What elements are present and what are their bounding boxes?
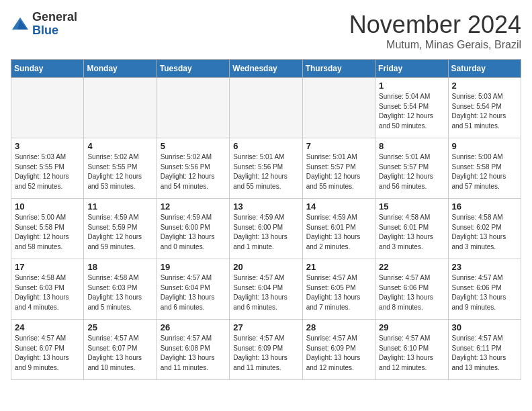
calendar-week-4: 17Sunrise: 4:58 AM Sunset: 6:03 PM Dayli… xyxy=(11,259,521,320)
day-number: 20 xyxy=(233,262,298,272)
weekday-header-tuesday: Tuesday xyxy=(157,60,229,78)
calendar-day: 28Sunrise: 4:57 AM Sunset: 6:09 PM Dayli… xyxy=(302,320,375,380)
page-header: General Blue November 2024 Mutum, Minas … xyxy=(11,11,521,51)
day-info: Sunrise: 5:02 AM Sunset: 5:55 PM Dayligh… xyxy=(87,152,152,191)
day-number: 28 xyxy=(306,322,371,332)
day-info: Sunrise: 5:01 AM Sunset: 5:57 PM Dayligh… xyxy=(379,152,444,191)
day-number: 13 xyxy=(233,201,298,212)
day-info: Sunrise: 4:57 AM Sunset: 6:04 PM Dayligh… xyxy=(161,273,226,312)
day-info: Sunrise: 4:57 AM Sunset: 6:06 PM Dayligh… xyxy=(379,273,444,312)
calendar-day: 12Sunrise: 4:59 AM Sunset: 6:00 PM Dayli… xyxy=(157,199,229,259)
calendar-week-2: 3Sunrise: 5:03 AM Sunset: 5:55 PM Daylig… xyxy=(11,138,521,199)
calendar-day: 26Sunrise: 4:57 AM Sunset: 6:08 PM Dayli… xyxy=(157,320,229,380)
day-info: Sunrise: 4:57 AM Sunset: 6:11 PM Dayligh… xyxy=(452,334,517,373)
calendar-day: 7Sunrise: 5:01 AM Sunset: 5:57 PM Daylig… xyxy=(302,138,375,199)
calendar-day: 5Sunrise: 5:02 AM Sunset: 5:56 PM Daylig… xyxy=(157,138,229,199)
weekday-header-friday: Friday xyxy=(375,60,448,78)
day-number: 19 xyxy=(161,262,226,272)
title-block: November 2024 Mutum, Minas Gerais, Brazi… xyxy=(349,11,521,51)
weekday-header-monday: Monday xyxy=(84,60,157,78)
logo: General Blue xyxy=(11,11,77,38)
day-info: Sunrise: 5:02 AM Sunset: 5:56 PM Dayligh… xyxy=(161,152,226,191)
day-number: 22 xyxy=(379,262,444,272)
day-number: 21 xyxy=(306,262,371,272)
calendar-day: 29Sunrise: 4:57 AM Sunset: 6:10 PM Dayli… xyxy=(375,320,448,380)
calendar-day xyxy=(84,78,157,138)
day-info: Sunrise: 4:57 AM Sunset: 6:04 PM Dayligh… xyxy=(233,273,298,312)
day-info: Sunrise: 4:59 AM Sunset: 6:00 PM Dayligh… xyxy=(161,213,226,252)
calendar-day: 20Sunrise: 4:57 AM Sunset: 6:04 PM Dayli… xyxy=(230,259,302,320)
day-info: Sunrise: 5:00 AM Sunset: 5:58 PM Dayligh… xyxy=(452,152,517,191)
logo-text: General Blue xyxy=(32,11,77,38)
calendar-day: 22Sunrise: 4:57 AM Sunset: 6:06 PM Dayli… xyxy=(375,259,448,320)
calendar-day: 30Sunrise: 4:57 AM Sunset: 6:11 PM Dayli… xyxy=(448,320,521,380)
calendar-day xyxy=(11,78,84,138)
day-number: 10 xyxy=(15,201,80,212)
day-number: 8 xyxy=(379,141,444,151)
day-info: Sunrise: 5:04 AM Sunset: 5:54 PM Dayligh… xyxy=(379,92,444,131)
day-number: 26 xyxy=(161,322,226,332)
day-number: 2 xyxy=(452,81,517,91)
day-number: 30 xyxy=(452,322,517,332)
day-number: 14 xyxy=(306,201,371,212)
calendar-day: 4Sunrise: 5:02 AM Sunset: 5:55 PM Daylig… xyxy=(84,138,157,199)
day-info: Sunrise: 4:58 AM Sunset: 6:03 PM Dayligh… xyxy=(87,273,152,312)
calendar-day: 9Sunrise: 5:00 AM Sunset: 5:58 PM Daylig… xyxy=(448,138,521,199)
calendar-day: 14Sunrise: 4:59 AM Sunset: 6:01 PM Dayli… xyxy=(302,199,375,259)
calendar-week-5: 24Sunrise: 4:57 AM Sunset: 6:07 PM Dayli… xyxy=(11,320,521,380)
calendar-day xyxy=(230,78,302,138)
logo-icon xyxy=(11,15,30,34)
day-number: 17 xyxy=(15,262,80,272)
day-number: 6 xyxy=(233,141,298,151)
calendar-day: 10Sunrise: 5:00 AM Sunset: 5:58 PM Dayli… xyxy=(11,199,84,259)
day-info: Sunrise: 4:57 AM Sunset: 6:07 PM Dayligh… xyxy=(87,334,152,373)
day-info: Sunrise: 4:58 AM Sunset: 6:01 PM Dayligh… xyxy=(379,213,444,252)
day-number: 16 xyxy=(452,201,517,212)
calendar-day: 21Sunrise: 4:57 AM Sunset: 6:05 PM Dayli… xyxy=(302,259,375,320)
day-info: Sunrise: 4:57 AM Sunset: 6:07 PM Dayligh… xyxy=(15,334,80,373)
day-info: Sunrise: 5:00 AM Sunset: 5:58 PM Dayligh… xyxy=(15,213,80,252)
calendar-day: 13Sunrise: 4:59 AM Sunset: 6:00 PM Dayli… xyxy=(230,199,302,259)
day-info: Sunrise: 4:57 AM Sunset: 6:05 PM Dayligh… xyxy=(306,273,371,312)
calendar-day: 1Sunrise: 5:04 AM Sunset: 5:54 PM Daylig… xyxy=(375,78,448,138)
calendar-day: 18Sunrise: 4:58 AM Sunset: 6:03 PM Dayli… xyxy=(84,259,157,320)
day-info: Sunrise: 4:59 AM Sunset: 6:01 PM Dayligh… xyxy=(306,213,371,252)
day-number: 23 xyxy=(452,262,517,272)
day-number: 18 xyxy=(87,262,152,272)
day-info: Sunrise: 5:01 AM Sunset: 5:57 PM Dayligh… xyxy=(306,152,371,191)
day-info: Sunrise: 5:03 AM Sunset: 5:55 PM Dayligh… xyxy=(15,152,80,191)
weekday-header-row: SundayMondayTuesdayWednesdayThursdayFrid… xyxy=(11,60,521,78)
weekday-header-sunday: Sunday xyxy=(11,60,84,78)
day-number: 27 xyxy=(233,322,298,332)
calendar-day: 6Sunrise: 5:01 AM Sunset: 5:56 PM Daylig… xyxy=(230,138,302,199)
day-info: Sunrise: 4:57 AM Sunset: 6:06 PM Dayligh… xyxy=(452,273,517,312)
calendar-day xyxy=(302,78,375,138)
calendar-day: 3Sunrise: 5:03 AM Sunset: 5:55 PM Daylig… xyxy=(11,138,84,199)
calendar-week-3: 10Sunrise: 5:00 AM Sunset: 5:58 PM Dayli… xyxy=(11,199,521,259)
location: Mutum, Minas Gerais, Brazil xyxy=(349,39,521,51)
day-info: Sunrise: 5:03 AM Sunset: 5:54 PM Dayligh… xyxy=(452,92,517,131)
day-info: Sunrise: 4:57 AM Sunset: 6:09 PM Dayligh… xyxy=(233,334,298,373)
day-info: Sunrise: 4:58 AM Sunset: 6:03 PM Dayligh… xyxy=(15,273,80,312)
logo-blue: Blue xyxy=(32,24,58,37)
day-number: 29 xyxy=(379,322,444,332)
day-number: 1 xyxy=(379,81,444,91)
day-number: 15 xyxy=(379,201,444,212)
calendar-week-1: 1Sunrise: 5:04 AM Sunset: 5:54 PM Daylig… xyxy=(11,78,521,138)
calendar-day: 25Sunrise: 4:57 AM Sunset: 6:07 PM Dayli… xyxy=(84,320,157,380)
calendar-day: 24Sunrise: 4:57 AM Sunset: 6:07 PM Dayli… xyxy=(11,320,84,380)
day-number: 24 xyxy=(15,322,80,332)
calendar-day: 16Sunrise: 4:58 AM Sunset: 6:02 PM Dayli… xyxy=(448,199,521,259)
day-number: 12 xyxy=(161,201,226,212)
day-number: 25 xyxy=(87,322,152,332)
day-info: Sunrise: 4:57 AM Sunset: 6:08 PM Dayligh… xyxy=(161,334,226,373)
month-title: November 2024 xyxy=(349,11,521,39)
calendar-day: 17Sunrise: 4:58 AM Sunset: 6:03 PM Dayli… xyxy=(11,259,84,320)
day-number: 5 xyxy=(161,141,226,151)
calendar-day: 15Sunrise: 4:58 AM Sunset: 6:01 PM Dayli… xyxy=(375,199,448,259)
logo-general: General xyxy=(32,10,77,24)
calendar-table: SundayMondayTuesdayWednesdayThursdayFrid… xyxy=(11,59,521,380)
calendar-day: 27Sunrise: 4:57 AM Sunset: 6:09 PM Dayli… xyxy=(230,320,302,380)
day-info: Sunrise: 4:59 AM Sunset: 6:00 PM Dayligh… xyxy=(233,213,298,252)
day-number: 3 xyxy=(15,141,80,151)
